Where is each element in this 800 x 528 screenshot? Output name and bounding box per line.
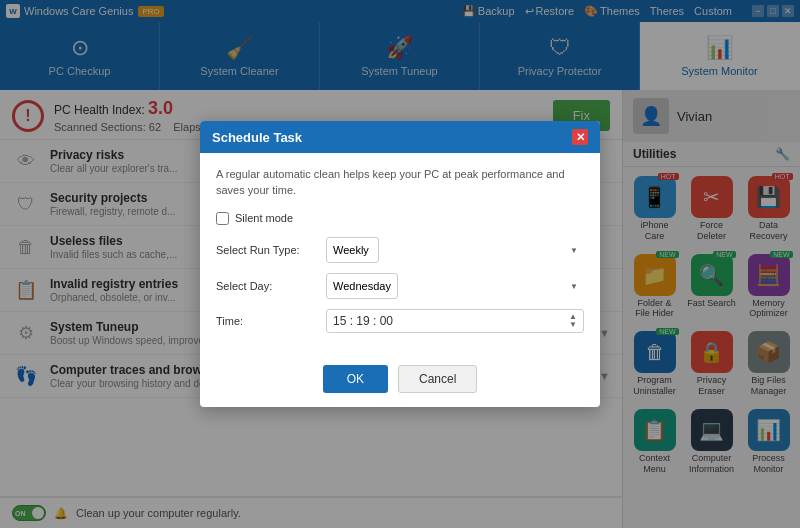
silent-mode-checkbox-row: Silent mode (216, 212, 584, 225)
silent-mode-label: Silent mode (235, 212, 293, 224)
silent-mode-checkbox[interactable] (216, 212, 229, 225)
time-field-row: Time: 15 : 19 : 00 ▲ ▼ (216, 309, 584, 333)
cancel-button[interactable]: Cancel (398, 365, 477, 393)
modal-overlay: Schedule Task ✕ A regular automatic clea… (0, 0, 800, 528)
time-spinner[interactable]: ▲ ▼ (569, 313, 577, 329)
modal-header: Schedule Task ✕ (200, 121, 600, 153)
modal-footer: OK Cancel (200, 357, 600, 407)
ok-button[interactable]: OK (323, 365, 388, 393)
modal-close-button[interactable]: ✕ (572, 129, 588, 145)
run-type-label: Select Run Type: (216, 244, 316, 256)
schedule-task-modal: Schedule Task ✕ A regular automatic clea… (200, 121, 600, 407)
modal-title: Schedule Task (212, 130, 302, 145)
modal-description: A regular automatic clean helps keep you… (216, 167, 584, 198)
day-field: Select Day: Monday Tuesday Wednesday Thu… (216, 273, 584, 299)
run-type-select[interactable]: Daily Weekly Monthly (326, 237, 379, 263)
time-input[interactable]: 15 : 19 : 00 ▲ ▼ (326, 309, 584, 333)
time-down-arrow[interactable]: ▼ (569, 321, 577, 329)
time-value: 15 : 19 : 00 (333, 314, 393, 328)
run-type-select-wrapper: Daily Weekly Monthly (326, 237, 584, 263)
run-type-field: Select Run Type: Daily Weekly Monthly (216, 237, 584, 263)
day-select[interactable]: Monday Tuesday Wednesday Thursday Friday… (326, 273, 398, 299)
day-select-wrapper: Monday Tuesday Wednesday Thursday Friday… (326, 273, 584, 299)
time-label: Time: (216, 315, 316, 327)
day-label: Select Day: (216, 280, 316, 292)
modal-body: A regular automatic clean helps keep you… (200, 153, 600, 357)
